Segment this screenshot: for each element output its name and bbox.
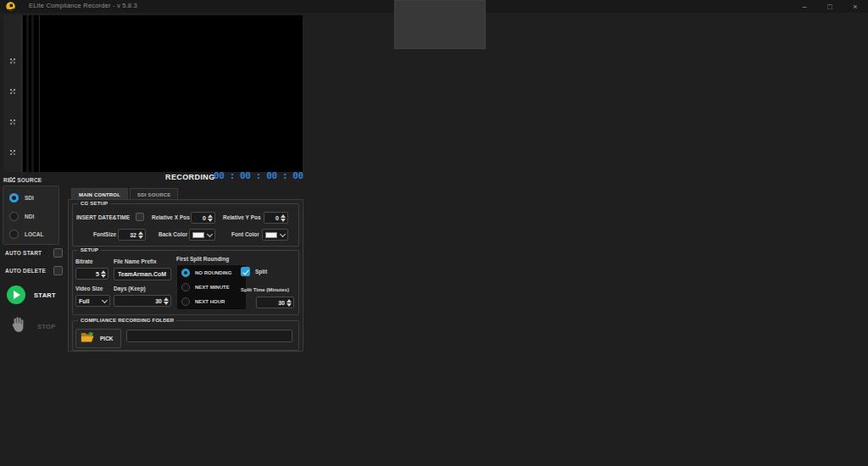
tab-label: MAIN CONTROL bbox=[79, 192, 120, 197]
bitrate-spinner[interactable]: 5 bbox=[75, 268, 108, 280]
fontsize-value: 32 bbox=[130, 232, 136, 238]
spinner-arrows-icon[interactable] bbox=[164, 297, 169, 305]
folder-path-input[interactable] bbox=[126, 330, 292, 342]
relative-x-value: 0 bbox=[203, 215, 206, 221]
maximize-button[interactable]: □ bbox=[824, 1, 836, 12]
radio-icon[interactable] bbox=[9, 212, 19, 221]
tool-icon-3[interactable] bbox=[9, 119, 17, 126]
tool-icon-2[interactable] bbox=[9, 88, 17, 96]
rec-source-group: SDI NDI LOCAL bbox=[3, 186, 59, 245]
recording-folder-group: COMPLIANCE RECORDING FOLDER PICK bbox=[72, 320, 299, 351]
close-button[interactable]: × bbox=[849, 1, 861, 12]
start-button[interactable]: START bbox=[7, 284, 63, 306]
bitrate-label: Bitrate bbox=[75, 258, 93, 264]
file-prefix-label: File Name Prefix bbox=[114, 258, 157, 264]
days-keep-value: 30 bbox=[155, 298, 162, 304]
setup-group: SETUP Bitrate 5 File Name Prefix First S… bbox=[72, 250, 299, 315]
tab-label: SDI SOURCE bbox=[137, 192, 170, 197]
split-time-spinner[interactable]: 30 bbox=[256, 297, 294, 308]
tab-main-control[interactable]: MAIN CONTROL bbox=[71, 188, 128, 200]
insert-datetime-checkbox[interactable] bbox=[136, 213, 144, 221]
split-toggle-row: Split bbox=[241, 267, 267, 276]
fontsize-spinner[interactable]: 32 bbox=[118, 229, 146, 241]
file-prefix-input[interactable] bbox=[114, 268, 171, 280]
recording-timecode: 00 : 00 : 00 : 00 bbox=[214, 170, 303, 181]
spinner-arrows-icon[interactable] bbox=[101, 270, 106, 278]
tab-sdi-source[interactable]: SDI SOURCE bbox=[130, 188, 178, 200]
split-time-value: 30 bbox=[278, 300, 285, 306]
spinner-arrows-icon[interactable] bbox=[138, 231, 143, 239]
video-size-value: Full bbox=[79, 298, 89, 304]
minimize-button[interactable]: – bbox=[798, 1, 810, 12]
first-split-option-next-hour[interactable]: NEXT HOUR bbox=[181, 297, 225, 306]
stop-button[interactable]: STOP bbox=[8, 315, 68, 337]
spinner-arrows-icon[interactable] bbox=[281, 214, 286, 222]
first-split-option-no-rounding[interactable]: NO ROUNDING bbox=[181, 269, 231, 277]
audio-meter-left bbox=[26, 15, 29, 172]
recording-status-label: RECORDING bbox=[165, 173, 215, 181]
tool-icon-4[interactable] bbox=[9, 149, 17, 157]
stop-label: STOP bbox=[37, 323, 55, 330]
radio-label: NEXT MINUTE bbox=[195, 285, 230, 290]
video-size-dropdown[interactable]: Full bbox=[75, 295, 110, 307]
first-split-label: First Split Rounding bbox=[176, 256, 229, 262]
open-folder-icon bbox=[81, 331, 95, 347]
relative-y-spinner[interactable]: 0 bbox=[264, 212, 288, 224]
chevron-down-icon bbox=[280, 230, 286, 236]
spinner-arrows-icon[interactable] bbox=[287, 299, 292, 307]
rec-source-option-local[interactable]: LOCAL bbox=[9, 230, 43, 239]
radio-label: NO ROUNDING bbox=[195, 270, 231, 275]
radio-icon[interactable] bbox=[181, 269, 190, 277]
auto-start-label: AUTO START bbox=[5, 250, 42, 256]
video-size-label: Video Size bbox=[75, 286, 103, 291]
setup-legend: SETUP bbox=[78, 247, 101, 252]
start-label: START bbox=[34, 291, 56, 299]
audio-meter-right bbox=[31, 15, 34, 172]
radio-label: LOCAL bbox=[25, 231, 43, 237]
chevron-down-icon bbox=[207, 230, 213, 236]
play-icon bbox=[7, 286, 25, 304]
back-color-dropdown[interactable] bbox=[189, 229, 215, 241]
hand-stop-icon bbox=[8, 315, 27, 337]
app-logo-icon bbox=[6, 2, 15, 11]
title-bar: ELite Compliance Recorder - v 5.8.3 – □ … bbox=[0, 0, 868, 13]
relative-x-label: Relative X Pos bbox=[152, 214, 190, 220]
split-time-label: Split Time (Minutes) bbox=[241, 287, 289, 292]
rec-source-option-sdi[interactable]: SDI bbox=[9, 193, 34, 202]
relative-y-label: Relative Y Pos bbox=[223, 214, 261, 220]
relative-x-spinner[interactable]: 0 bbox=[191, 212, 215, 224]
tab-bar: MAIN CONTROL SDI SOURCE bbox=[71, 188, 178, 200]
relative-y-value: 0 bbox=[275, 215, 279, 221]
side-tool-strip bbox=[3, 15, 22, 172]
days-keep-label: Days (Keep) bbox=[114, 286, 146, 291]
radio-icon[interactable] bbox=[181, 283, 190, 291]
back-color-swatch bbox=[192, 232, 204, 238]
radio-icon[interactable] bbox=[181, 297, 190, 306]
auto-delete-checkbox[interactable] bbox=[53, 266, 63, 275]
font-color-swatch bbox=[265, 232, 277, 238]
tool-icon-1[interactable] bbox=[9, 58, 17, 65]
chevron-down-icon bbox=[102, 297, 108, 302]
fontsize-label: FontSize bbox=[93, 231, 116, 237]
video-preview bbox=[23, 15, 303, 172]
auto-delete-label: AUTO DELETE bbox=[5, 268, 46, 274]
radio-icon[interactable] bbox=[9, 193, 19, 202]
first-split-group: NO ROUNDING NEXT MINUTE NEXT HOUR bbox=[176, 264, 247, 310]
font-color-label: Font Color bbox=[231, 231, 259, 237]
split-checkbox[interactable] bbox=[241, 267, 250, 276]
recording-folder-legend: COMPLIANCE RECORDING FOLDER bbox=[78, 318, 176, 323]
radio-label: SDI bbox=[25, 195, 34, 201]
pick-label: PICK bbox=[100, 336, 114, 341]
rec-source-option-ndi[interactable]: NDI bbox=[9, 212, 34, 221]
spinner-arrows-icon[interactable] bbox=[208, 214, 213, 222]
radio-label: NEXT HOUR bbox=[195, 299, 225, 304]
cg-setup-legend: CG SETUP bbox=[78, 201, 110, 206]
pick-folder-button[interactable]: PICK bbox=[75, 329, 121, 348]
font-color-dropdown[interactable] bbox=[262, 229, 288, 241]
first-split-option-next-minute[interactable]: NEXT MINUTE bbox=[181, 283, 230, 291]
split-label: Split bbox=[255, 269, 267, 275]
radio-icon[interactable] bbox=[9, 230, 19, 239]
bitrate-value: 5 bbox=[96, 271, 99, 277]
auto-start-checkbox[interactable] bbox=[53, 248, 63, 258]
days-keep-spinner[interactable]: 30 bbox=[114, 295, 171, 307]
